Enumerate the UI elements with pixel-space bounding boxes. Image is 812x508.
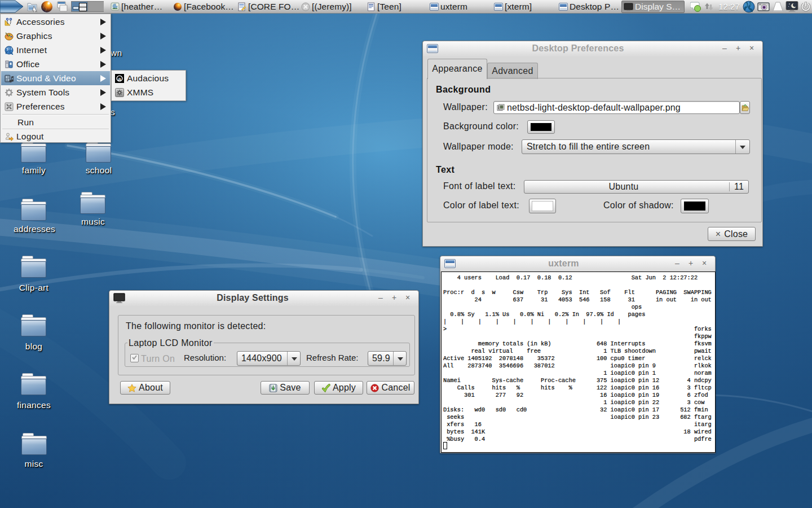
svg-text:a: a bbox=[118, 75, 121, 81]
